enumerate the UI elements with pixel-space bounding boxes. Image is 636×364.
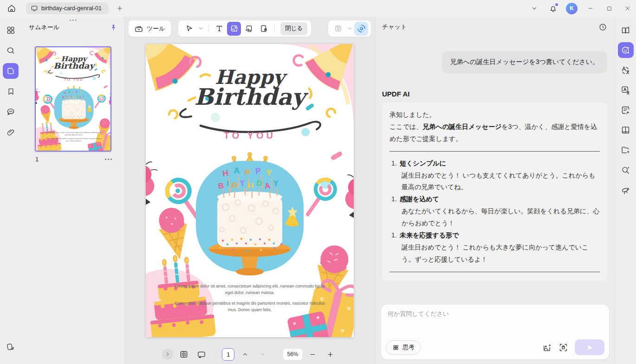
card-title: Happy Birthday: [146, 67, 354, 109]
candle-letters-row2: BIRTHDAY: [36, 96, 111, 99]
plus-icon: [327, 351, 334, 358]
history-icon[interactable]: [598, 23, 607, 32]
next-page-button[interactable]: [256, 347, 270, 361]
sidebar-item-bookmarks[interactable]: [3, 83, 19, 99]
document-tab[interactable]: birthday-card-genral-01: [26, 2, 109, 14]
divider: [389, 272, 600, 272]
ai-translate-button[interactable]: [618, 62, 634, 78]
minimize-button[interactable]: [582, 1, 599, 15]
ai-intro-line1: 承知しました。: [389, 109, 600, 121]
page-thumbnail[interactable]: Happy Birthday TO YOU HAPPY BIRTHDAY Lor…: [35, 46, 111, 152]
home-button[interactable]: [5, 2, 19, 14]
sidebar-item-comments[interactable]: [3, 104, 19, 120]
titlebar: birthday-card-genral-01 K: [0, 0, 636, 17]
comment-icon: [6, 107, 15, 116]
home-icon: [7, 4, 16, 13]
ai-share-button[interactable]: [618, 182, 634, 198]
ai-list-item: 1.感謝を込めてあなたがいてくれるから、毎日が楽しい。笑顔をくれる兄弟に、心から…: [389, 193, 600, 230]
stamp-location-tool-button[interactable]: [257, 22, 271, 36]
sidebar-item-attachments[interactable]: [3, 124, 19, 140]
sidebar-item-search[interactable]: [3, 43, 19, 58]
megaphone-icon: [621, 185, 630, 195]
ai-response: 承知しました。 ここでは、兄弟への誕生日メッセージを3つ、温かく、感謝と愛情を込…: [382, 102, 607, 281]
ai-write-button[interactable]: [618, 102, 634, 118]
minus-icon: [309, 351, 316, 358]
ai-list: 1.短くシンプルに誕生日おめでとう！ いつも支えてくれてありがとう。これからも最…: [389, 158, 600, 266]
birthday-card: Happy Birthday TO YOU HAPPY BIRTHDAY Lor…: [146, 44, 354, 337]
edit-toolbar: 閉じる: [178, 20, 312, 37]
ai-chat-button[interactable]: [618, 42, 634, 58]
text-tool-icon: [215, 24, 224, 33]
close-tool-button[interactable]: 閉じる: [280, 22, 307, 35]
document-canvas[interactable]: ツール: [124, 17, 375, 364]
ai-search-button[interactable]: [618, 162, 634, 178]
candle-letters-row1: HAPPY: [36, 91, 111, 94]
close-window-button[interactable]: [619, 1, 636, 15]
tools-label: ツール: [147, 25, 165, 33]
app-grid-icon: [6, 26, 15, 35]
sidebar-item-page-curl[interactable]: [3, 339, 19, 355]
presentation-button[interactable]: [195, 347, 208, 361]
maximize-button[interactable]: [601, 1, 617, 15]
panel-drag-handle-icon[interactable]: [67, 18, 78, 23]
monitor-icon: [31, 5, 38, 12]
avatar[interactable]: K: [566, 3, 578, 14]
zoom-in-button[interactable]: [324, 347, 337, 361]
send-button[interactable]: [575, 339, 604, 355]
divider: [389, 151, 600, 152]
text-tool-button[interactable]: [212, 22, 226, 36]
chevron-down-icon: [531, 5, 538, 12]
plus-icon: [116, 5, 123, 12]
chevron-down-icon: [198, 26, 203, 31]
notification-dot: [555, 3, 558, 6]
chevron-down-icon: [260, 351, 266, 358]
save-button[interactable]: [331, 22, 345, 36]
page-number-input[interactable]: 1: [222, 348, 234, 361]
image-tool-button[interactable]: [227, 22, 241, 36]
card-title: Happy Birthday: [36, 56, 111, 70]
previous-page-button[interactable]: [238, 347, 252, 361]
select-tool-chevron[interactable]: [197, 22, 204, 36]
ai-list-item: 1.短くシンプルに誕生日おめでとう！ いつも支えてくれてありがとう。これからも最…: [389, 158, 600, 194]
pin-icon[interactable]: [110, 24, 117, 32]
ai-image-translate-button[interactable]: [618, 82, 634, 98]
thinking-toggle[interactable]: 思考: [386, 340, 421, 355]
location-tool-icon: [260, 24, 268, 33]
titlebar-chevron-button[interactable]: [526, 1, 543, 15]
thinking-label: 思考: [402, 343, 415, 351]
thumbnail-page-number: 1: [35, 156, 39, 163]
save-icon: [334, 24, 343, 33]
divider: [215, 351, 215, 358]
ai-summary-button[interactable]: [618, 22, 634, 38]
tools-button[interactable]: ツール: [128, 20, 171, 37]
page-view-button[interactable]: [177, 347, 191, 361]
save-chevron[interactable]: [346, 22, 353, 36]
zoom-level[interactable]: 56%: [283, 349, 302, 360]
sidebar-item-thumbnails[interactable]: [3, 63, 19, 79]
bookmark-icon: [6, 87, 15, 96]
chat-input-box[interactable]: 何か質問してください 思考: [381, 305, 609, 359]
new-tab-button[interactable]: [114, 3, 125, 14]
select-tool-button[interactable]: [182, 22, 196, 36]
zoom-out-button[interactable]: [306, 347, 320, 361]
link-tool-button[interactable]: [242, 22, 256, 36]
chat-input-placeholder: 何か質問してください: [388, 310, 449, 318]
chat-messages[interactable]: 兄弟への誕生日メッセージを3つ書いてください。 UPDF AI 承知しました。 …: [376, 37, 615, 300]
cursor-icon: [185, 24, 194, 33]
ai-file-button[interactable]: [618, 142, 634, 158]
add-image-icon[interactable]: [542, 343, 552, 352]
sidebar-item-apps[interactable]: [3, 22, 19, 38]
atom-icon: [392, 344, 400, 351]
expand-panel-button[interactable]: [162, 349, 173, 360]
two-page-view-icon: [179, 350, 188, 359]
folder-sparkle-icon: [621, 145, 630, 155]
thumbnail-more-icon[interactable]: [105, 159, 112, 160]
divider: [274, 25, 275, 32]
divider: [276, 351, 277, 358]
notifications-button[interactable]: [545, 1, 561, 15]
ai-reader-button[interactable]: [618, 122, 634, 138]
ai-assistant-button[interactable]: [354, 22, 368, 36]
chat-panel: チャット 兄弟への誕生日メッセージを3つ書いてください。 UPDF AI 承知し…: [375, 17, 615, 364]
pdf-page[interactable]: Happy Birthday TO YOU HAPPY BIRTHDAY Lor…: [146, 44, 354, 337]
screenshot-icon[interactable]: [558, 343, 568, 352]
